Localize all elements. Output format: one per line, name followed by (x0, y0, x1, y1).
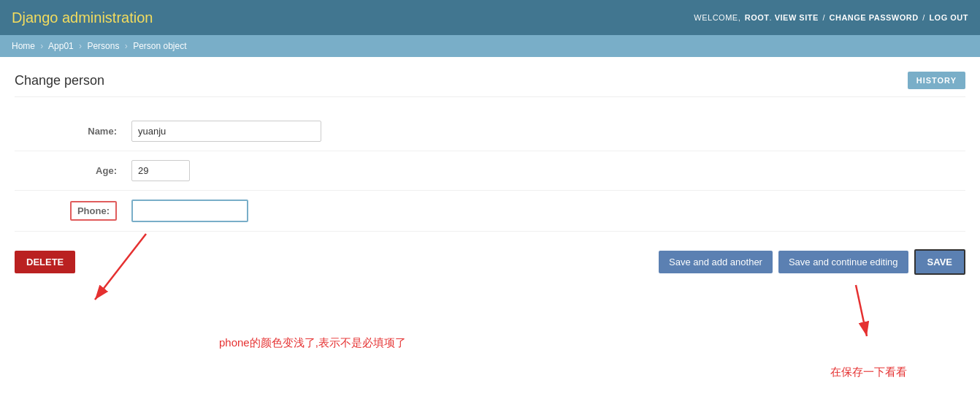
username: ROOT (745, 13, 770, 22)
save-add-button[interactable]: Save and add another (659, 251, 773, 273)
breadcrumb-app[interactable]: App01 (48, 41, 74, 51)
left-annotation-text: phone的颜色变浅了,表示不是必填项了 (219, 336, 406, 350)
breadcrumb-sep1: › (40, 41, 43, 51)
breadcrumb-sep2: › (79, 41, 82, 51)
phone-label: Phone: (70, 201, 117, 221)
breadcrumb-sep3: › (125, 41, 128, 51)
user-tools: WELCOME, ROOT. VIEW SITE / CHANGE PASSWO… (692, 13, 968, 22)
welcome-text: WELCOME, (694, 13, 740, 22)
svg-line-1 (95, 234, 146, 300)
main-content: Change person HISTORY Name: Age: Phone: … (0, 57, 980, 410)
breadcrumb-home[interactable]: Home (12, 41, 35, 51)
view-site-link[interactable]: VIEW SITE (775, 13, 819, 22)
save-button[interactable]: SAVE (914, 249, 965, 275)
separator1: / (822, 13, 825, 22)
name-input[interactable] (131, 121, 321, 142)
log-out-link[interactable]: LOG OUT (929, 13, 968, 22)
separator2: / (922, 13, 925, 22)
phone-row: Phone: (15, 191, 965, 232)
site-title[interactable]: Django administration (12, 10, 153, 26)
breadcrumb-model[interactable]: Persons (87, 41, 119, 51)
right-annotation-text: 在保存一下看看 (830, 365, 907, 379)
page-title: Change person (15, 73, 104, 88)
annotation-area: phone的颜色变浅了,表示不是必填项了 在保存一下看看 (15, 292, 965, 409)
age-label: Age: (15, 165, 131, 176)
right-arrow-svg (783, 270, 892, 358)
name-label: Name: (15, 126, 131, 137)
age-input[interactable] (131, 160, 190, 181)
age-row: Age: (15, 151, 965, 191)
header: Django administration WELCOME, ROOT. VIE… (0, 0, 980, 35)
history-button[interactable]: HISTORY (908, 72, 965, 89)
phone-input[interactable] (131, 200, 248, 222)
svg-line-3 (856, 285, 867, 336)
breadcrumb-current: Person object (133, 41, 186, 51)
name-row: Name: (15, 112, 965, 151)
content-title-row: Change person HISTORY (15, 72, 965, 97)
left-arrow-svg (58, 227, 204, 336)
change-password-link[interactable]: CHANGE PASSWORD (830, 13, 919, 22)
breadcrumbs: Home › App01 › Persons › Person object (0, 35, 980, 57)
